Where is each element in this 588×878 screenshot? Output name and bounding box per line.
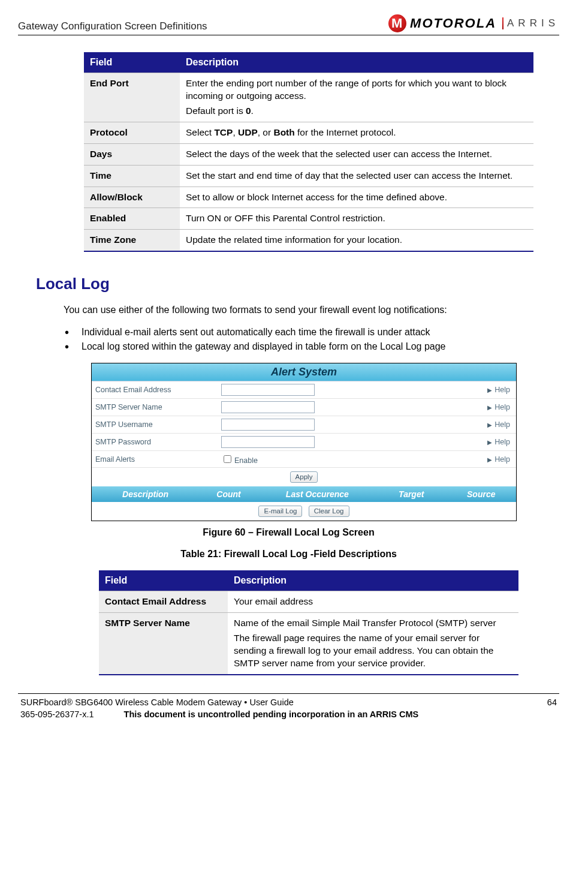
- section-heading-local-log: Local Log: [36, 275, 559, 293]
- alert-row-contact-email: Contact Email Address ▶Help: [92, 381, 516, 399]
- t1-field: Protocol: [84, 122, 180, 143]
- t2-head-desc: Description: [228, 570, 518, 591]
- alert-system-titlebar: Alert System: [92, 363, 516, 381]
- clear-log-button[interactable]: Clear Log: [309, 506, 349, 517]
- smtp-password-input[interactable]: [221, 436, 315, 448]
- chevron-right-icon: ▶: [487, 422, 492, 428]
- footer-product: SURFboard® SBG6400 Wireless Cable Modem …: [20, 697, 294, 707]
- chevron-right-icon: ▶: [487, 387, 492, 393]
- t1-field: Enabled: [84, 208, 180, 230]
- apply-button-row: Apply: [92, 468, 516, 486]
- t1-desc: Set the start and end time of day that t…: [180, 165, 533, 187]
- footer-note: This document is uncontrolled pending in…: [124, 709, 419, 719]
- field-label: Contact Email Address: [92, 382, 221, 398]
- field-label: SMTP Server Name: [92, 399, 221, 415]
- table-row: Time Set the start and end time of day t…: [84, 165, 533, 187]
- t1-field: End Port: [84, 73, 180, 122]
- help-link[interactable]: ▶Help: [487, 455, 516, 464]
- motorola-text: MOTOROLA: [410, 16, 496, 31]
- field-description-table-2: Field Description Contact Email Address …: [99, 570, 518, 675]
- log-col-source: Source: [446, 486, 516, 502]
- log-col-description: Description: [92, 486, 199, 502]
- section-intro: You can use either of the following two …: [64, 303, 559, 317]
- table-row: End Port Enter the ending port number of…: [84, 73, 533, 122]
- table-caption: Table 21: Firewall Local Log -Field Desc…: [18, 549, 559, 560]
- table-row: SMTP Server Name Name of the email Simpl…: [99, 613, 518, 675]
- header-logos: M MOTOROLA ARRIS: [388, 14, 559, 32]
- email-log-button[interactable]: E-mail Log: [258, 506, 302, 517]
- table-row: Time Zone Update the related time inform…: [84, 230, 533, 251]
- alert-system-figure: Alert System Contact Email Address ▶Help…: [91, 363, 517, 521]
- table-row: Enabled Turn ON or OFF this Parental Con…: [84, 208, 533, 230]
- header-title: Gateway Configuration Screen Definitions: [18, 20, 207, 32]
- motorola-icon: M: [388, 14, 406, 32]
- field-label: SMTP Password: [92, 434, 221, 450]
- t1-field: Days: [84, 143, 180, 165]
- alert-row-smtp-server: SMTP Server Name ▶Help: [92, 399, 516, 416]
- t2-desc: Name of the email Simple Mail Transfer P…: [228, 613, 518, 675]
- footer-doc-number: 365-095-26377-x.1: [20, 709, 94, 719]
- section-bullets: Individual e-mail alerts sent out automa…: [64, 327, 559, 352]
- t1-desc: Select TCP, UDP, or Both for the Interne…: [180, 122, 533, 143]
- t1-desc: Update the related time information for …: [180, 230, 533, 251]
- t1-field: Time Zone: [84, 230, 180, 251]
- help-link[interactable]: ▶Help: [487, 403, 516, 411]
- log-button-row: E-mail Log Clear Log: [92, 502, 516, 521]
- table-row: Protocol Select TCP, UDP, or Both for th…: [84, 122, 533, 143]
- t1-head-desc: Description: [180, 52, 533, 73]
- t2-head-field: Field: [99, 570, 228, 591]
- help-link[interactable]: ▶Help: [487, 420, 516, 429]
- smtp-username-input[interactable]: [221, 419, 315, 431]
- log-header-row: Description Count Last Occurence Target …: [92, 486, 516, 502]
- arris-text: ARRIS: [507, 17, 559, 29]
- log-col-count: Count: [199, 486, 258, 502]
- alert-row-email-alerts: Email Alerts Enable ▶Help: [92, 451, 516, 468]
- log-col-last-occurrence: Last Occurence: [258, 486, 376, 502]
- arris-logo: ARRIS: [502, 17, 559, 30]
- t1-field: Allow/Block: [84, 187, 180, 208]
- table-row: Days Select the days of the week that th…: [84, 143, 533, 165]
- enable-label: Enable: [234, 456, 258, 465]
- page-footer: SURFboard® SBG6400 Wireless Cable Modem …: [18, 693, 559, 719]
- t1-desc: Turn ON or OFF this Parental Control res…: [180, 208, 533, 230]
- smtp-server-input[interactable]: [221, 401, 315, 413]
- email-alerts-checkbox[interactable]: [224, 455, 231, 463]
- log-col-target: Target: [376, 486, 447, 502]
- chevron-right-icon: ▶: [487, 456, 492, 463]
- figure-caption: Figure 60 – Firewall Local Log Screen: [18, 527, 559, 538]
- field-label: Email Alerts: [92, 452, 221, 467]
- motorola-logo: M MOTOROLA: [388, 14, 496, 32]
- t1-desc: Select the days of the week that the sel…: [180, 143, 533, 165]
- table-row: Allow/Block Set to allow or block Intern…: [84, 187, 533, 208]
- alert-row-smtp-username: SMTP Username ▶Help: [92, 416, 516, 434]
- t2-desc: Your email address: [228, 591, 518, 613]
- list-item: Local log stored within the gateway and …: [64, 341, 559, 352]
- help-link[interactable]: ▶Help: [487, 386, 516, 394]
- table-row: Contact Email Address Your email address: [99, 591, 518, 613]
- chevron-right-icon: ▶: [487, 404, 492, 411]
- list-item: Individual e-mail alerts sent out automa…: [64, 327, 559, 338]
- help-link[interactable]: ▶Help: [487, 438, 516, 446]
- t1-desc: Enter the ending port number of the rang…: [180, 73, 533, 122]
- footer-page-number: 64: [547, 697, 557, 707]
- apply-button[interactable]: Apply: [290, 471, 318, 483]
- arris-bar-icon: [502, 17, 503, 29]
- t2-field: Contact Email Address: [99, 591, 228, 613]
- chevron-right-icon: ▶: [487, 439, 492, 446]
- field-description-table-1: Field Description End Port Enter the end…: [84, 52, 533, 252]
- t1-head-field: Field: [84, 52, 180, 73]
- t2-field: SMTP Server Name: [99, 613, 228, 675]
- page-header: Gateway Configuration Screen Definitions…: [18, 14, 559, 35]
- field-label: SMTP Username: [92, 417, 221, 432]
- contact-email-input[interactable]: [221, 384, 315, 396]
- alert-row-smtp-password: SMTP Password ▶Help: [92, 434, 516, 451]
- t1-desc: Set to allow or block Internet access fo…: [180, 187, 533, 208]
- t1-field: Time: [84, 165, 180, 187]
